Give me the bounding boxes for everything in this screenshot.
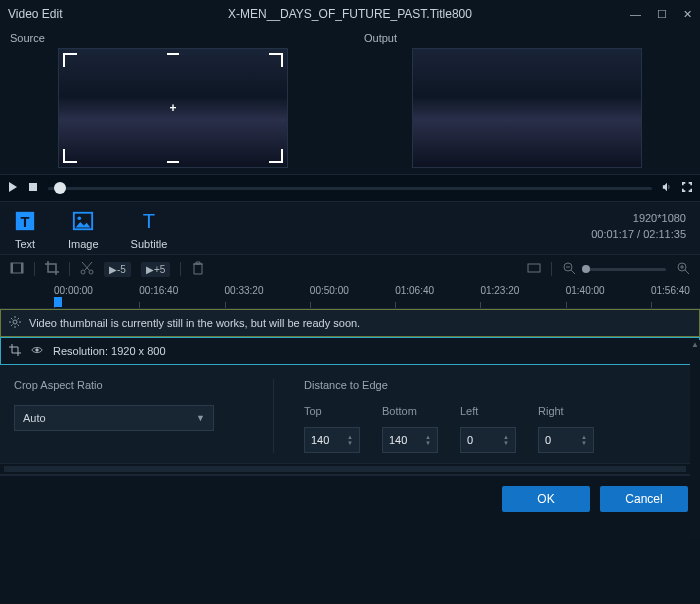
ruler-tick: 01:23:20 [480, 283, 519, 308]
crop-tool-icon[interactable] [9, 344, 21, 358]
window-controls: — ☐ ✕ [630, 8, 692, 21]
notice-bar: Video thumbnail is currently still in th… [0, 309, 700, 337]
crop-handle-bottom[interactable] [167, 161, 179, 163]
subtitle-tool-label: Subtitle [131, 238, 168, 250]
app-title: Video Edit [8, 7, 63, 21]
edge-left-label: Left [460, 405, 516, 417]
edge-bottom-label: Bottom [382, 405, 438, 417]
subtitle-tool-button[interactable]: T Subtitle [131, 210, 168, 250]
chevron-down-icon: ▼ [196, 413, 205, 423]
image-icon [72, 210, 94, 232]
resolution-text: Resolution: 1920 x 800 [53, 345, 166, 357]
ruler-tick: 00:16:40 [139, 283, 178, 308]
minimize-button[interactable]: — [630, 8, 641, 21]
crop-section: Crop Aspect Ratio Auto ▼ [14, 379, 274, 453]
stop-button[interactable] [28, 182, 38, 194]
seek-knob[interactable] [54, 182, 66, 194]
preview-row: Source + Output [0, 28, 700, 174]
playback-bar [0, 174, 700, 202]
crop-aspect-dropdown[interactable]: Auto ▼ [14, 405, 214, 431]
skip-fwd-5-button[interactable]: ▶+5 [141, 262, 170, 277]
edge-top-label: Top [304, 405, 360, 417]
ruler-tick: 01:56:40 [651, 283, 690, 308]
volume-icon[interactable] [662, 182, 672, 194]
main-toolbar: T Text Image T Subtitle 1920*1080 00:01:… [0, 202, 700, 254]
zoom-in-icon[interactable] [676, 261, 690, 277]
ruler-tick: 00:50:00 [310, 283, 349, 308]
text-tool-label: Text [15, 238, 35, 250]
crop-handle-bl[interactable] [63, 149, 77, 163]
fit-icon[interactable] [527, 261, 541, 277]
media-info: 1920*1080 00:01:17 / 02:11:35 [591, 210, 686, 242]
horizontal-scrollbar[interactable]: ▶ [0, 463, 700, 475]
svg-point-4 [78, 216, 82, 220]
playhead[interactable] [54, 297, 62, 307]
settings-panel: Crop Aspect Ratio Auto ▼ Distance to Edg… [0, 365, 700, 463]
ok-button[interactable]: OK [502, 486, 590, 512]
crop-icon[interactable] [45, 261, 59, 277]
svg-point-9 [81, 270, 85, 274]
svg-rect-7 [11, 263, 13, 273]
crop-aspect-value: Auto [23, 412, 46, 424]
svg-text:T: T [143, 210, 155, 232]
ruler-tick: 01:06:40 [395, 283, 434, 308]
edge-bottom-input[interactable]: 140▲▼ [382, 427, 438, 453]
notice-text: Video thumbnail is currently still in th… [29, 317, 360, 329]
edge-left-input[interactable]: 0▲▼ [460, 427, 516, 453]
svg-point-10 [89, 270, 93, 274]
crop-handle-tl[interactable] [63, 53, 77, 67]
film-icon[interactable] [10, 261, 24, 277]
scrollbar-thumb[interactable] [4, 466, 686, 472]
svg-point-14 [13, 320, 17, 324]
output-thumbnail [412, 48, 642, 168]
crop-handle-tr[interactable] [269, 53, 283, 67]
ruler-tick: 01:40:00 [566, 283, 605, 308]
output-preview: Output [362, 32, 692, 168]
svg-rect-0 [29, 183, 37, 191]
cancel-button[interactable]: Cancel [600, 486, 688, 512]
source-label: Source [8, 32, 338, 44]
crop-center-icon[interactable]: + [169, 101, 176, 115]
trash-icon[interactable] [191, 261, 205, 277]
maximize-button[interactable]: ☐ [657, 8, 667, 21]
fullscreen-icon[interactable] [682, 182, 692, 194]
media-resolution: 1920*1080 [591, 210, 686, 226]
vertical-scrollbar[interactable]: ▲ [690, 340, 700, 540]
text-icon: T [14, 210, 36, 232]
edge-right-input[interactable]: 0▲▼ [538, 427, 594, 453]
skip-back-5-button[interactable]: ▶-5 [104, 262, 131, 277]
eye-icon[interactable] [31, 344, 43, 358]
text-tool-button[interactable]: T Text [14, 210, 36, 250]
source-preview: Source + [8, 32, 338, 168]
timeline-toolbar: ▶-5 ▶+5 [0, 254, 700, 283]
titlebar: Video Edit X-MEN__DAYS_OF_FUTURE_PAST.Ti… [0, 0, 700, 28]
svg-rect-11 [528, 264, 540, 272]
resolution-bar: Resolution: 1920 x 800 [0, 337, 700, 365]
edge-section: Distance to Edge Top 140▲▼ Bottom 140▲▼ … [274, 379, 686, 453]
footer: OK Cancel [0, 475, 700, 522]
output-label: Output [362, 32, 692, 44]
document-title: X-MEN__DAYS_OF_FUTURE_PAST.Title800 [228, 7, 472, 21]
crop-handle-top[interactable] [167, 53, 179, 55]
zoom-out-icon[interactable] [562, 261, 576, 277]
close-button[interactable]: ✕ [683, 8, 692, 21]
cut-icon[interactable] [80, 261, 94, 277]
subtitle-icon: T [138, 210, 160, 232]
media-time: 00:01:17 / 02:11:35 [591, 226, 686, 242]
image-tool-button[interactable]: Image [68, 210, 99, 250]
source-thumbnail[interactable]: + [58, 48, 288, 168]
play-button[interactable] [8, 182, 18, 194]
edge-top-input[interactable]: 140▲▼ [304, 427, 360, 453]
svg-point-15 [35, 348, 38, 351]
timeline-ruler[interactable]: 00:00:00 00:16:40 00:33:20 00:50:00 01:0… [0, 283, 700, 309]
image-tool-label: Image [68, 238, 99, 250]
scroll-up-arrow[interactable]: ▲ [691, 340, 699, 349]
zoom-slider[interactable] [586, 268, 666, 271]
svg-text:T: T [21, 214, 30, 230]
seek-slider[interactable] [48, 187, 652, 190]
gear-icon[interactable] [9, 316, 21, 330]
crop-section-title: Crop Aspect Ratio [14, 379, 253, 391]
crop-handle-br[interactable] [269, 149, 283, 163]
edge-section-title: Distance to Edge [304, 379, 686, 391]
svg-rect-8 [21, 263, 23, 273]
